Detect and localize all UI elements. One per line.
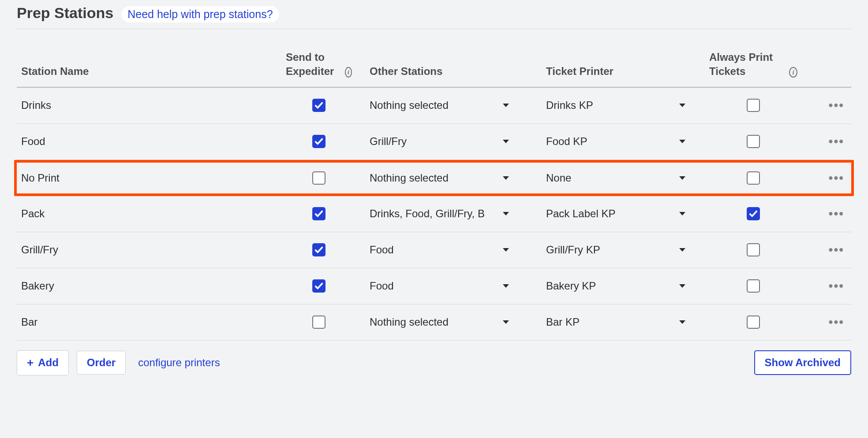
send-expediter-cell <box>286 279 370 293</box>
more-icon[interactable]: ••• <box>829 315 844 329</box>
ticket-printer-cell: Pack Label KP <box>546 208 709 220</box>
add-button-label: Add <box>38 356 59 369</box>
send-expediter-checkbox[interactable] <box>312 99 326 112</box>
help-link[interactable]: Need help with prep stations? <box>121 6 279 22</box>
table-row: BakeryFoodBakery KP••• <box>17 268 851 304</box>
always-print-cell <box>709 316 797 329</box>
more-icon[interactable]: ••• <box>829 207 844 221</box>
chevron-down-icon <box>679 176 685 180</box>
other-stations-dropdown[interactable]: Food <box>370 244 515 256</box>
more-icon[interactable]: ••• <box>829 134 844 148</box>
row-actions: ••• <box>797 207 850 221</box>
ticket-printer-cell: Food KP <box>546 135 709 148</box>
row-actions: ••• <box>797 171 850 185</box>
other-stations-cell: Food <box>370 280 546 292</box>
other-stations-cell: Nothing selected <box>370 316 546 328</box>
send-expediter-checkbox[interactable] <box>312 279 326 293</box>
ticket-printer-dropdown[interactable]: Bar KP <box>546 316 692 328</box>
ticket-printer-cell: Grill/Fry KP <box>546 244 709 256</box>
configure-printers-link[interactable]: configure printers <box>138 356 220 369</box>
other-stations-cell: Grill/Fry <box>370 135 546 148</box>
add-button[interactable]: + Add <box>17 350 69 375</box>
station-name[interactable]: Food <box>21 135 286 148</box>
row-actions: ••• <box>797 315 850 329</box>
other-stations-dropdown[interactable]: Nothing selected <box>370 172 515 184</box>
table-row: DrinksNothing selectedDrinks KP••• <box>17 88 851 124</box>
chevron-down-icon <box>503 248 509 252</box>
other-stations-cell: Nothing selected <box>370 99 546 111</box>
col-station-name: Station Name <box>21 64 286 78</box>
prep-stations-table: Station Name Send to Expediter i Other S… <box>17 50 851 341</box>
order-button[interactable]: Order <box>77 351 126 375</box>
col-other-stations: Other Stations <box>370 64 546 78</box>
always-print-checkbox[interactable] <box>747 171 760 185</box>
table-row: Grill/FryFoodGrill/Fry KP••• <box>17 232 851 268</box>
always-print-checkbox[interactable] <box>747 207 760 220</box>
other-stations-dropdown[interactable]: Drinks, Food, Grill/Fry, B <box>370 208 515 220</box>
chevron-down-icon <box>679 320 685 324</box>
more-icon[interactable]: ••• <box>829 171 844 185</box>
always-print-cell <box>709 207 797 220</box>
send-expediter-cell <box>286 207 370 220</box>
ticket-printer-dropdown[interactable]: None <box>546 172 692 184</box>
other-stations-cell: Nothing selected <box>370 172 546 184</box>
chevron-down-icon <box>503 104 509 107</box>
page-title: Prep Stations <box>17 4 113 22</box>
station-name[interactable]: Bakery <box>21 280 286 292</box>
always-print-checkbox[interactable] <box>747 99 760 112</box>
always-print-checkbox[interactable] <box>747 135 760 148</box>
always-print-cell <box>709 135 797 148</box>
station-name[interactable]: Grill/Fry <box>21 244 286 256</box>
chevron-down-icon <box>679 212 685 215</box>
table-row: No PrintNothing selectedNone••• <box>14 160 854 196</box>
other-stations-dropdown[interactable]: Grill/Fry <box>370 135 515 148</box>
send-expediter-checkbox[interactable] <box>312 207 326 220</box>
always-print-cell <box>709 171 797 185</box>
show-archived-label: Show Archived <box>765 356 841 369</box>
send-expediter-cell <box>286 316 370 329</box>
other-stations-dropdown[interactable]: Nothing selected <box>370 99 515 111</box>
always-print-cell <box>709 243 797 256</box>
table-row: FoodGrill/FryFood KP••• <box>17 124 851 160</box>
ticket-printer-dropdown[interactable]: Pack Label KP <box>546 208 692 220</box>
chevron-down-icon <box>503 176 509 180</box>
send-expediter-cell <box>286 99 370 112</box>
chevron-down-icon <box>503 212 509 215</box>
col-ticket-printer: Ticket Printer <box>546 64 709 78</box>
send-expediter-checkbox[interactable] <box>312 135 326 148</box>
more-icon[interactable]: ••• <box>829 243 844 257</box>
info-icon[interactable]: i <box>789 67 797 78</box>
table-row: PackDrinks, Food, Grill/Fry, BPack Label… <box>17 196 851 232</box>
chevron-down-icon <box>503 140 509 143</box>
station-name[interactable]: Drinks <box>21 99 286 111</box>
ticket-printer-dropdown[interactable]: Grill/Fry KP <box>546 244 692 256</box>
always-print-checkbox[interactable] <box>747 279 760 293</box>
chevron-down-icon <box>679 284 685 288</box>
other-stations-dropdown[interactable]: Food <box>370 280 515 292</box>
more-icon[interactable]: ••• <box>829 98 844 112</box>
ticket-printer-dropdown[interactable]: Bakery KP <box>546 280 692 292</box>
table-body: DrinksNothing selectedDrinks KP•••FoodGr… <box>17 88 851 341</box>
col-always-print: Always Print Tickets i <box>709 50 797 79</box>
always-print-cell <box>709 99 797 112</box>
table-header: Station Name Send to Expediter i Other S… <box>17 50 851 88</box>
col-always-print-label: Always Print Tickets <box>709 50 786 79</box>
always-print-checkbox[interactable] <box>747 243 760 256</box>
show-archived-button[interactable]: Show Archived <box>754 350 851 375</box>
send-expediter-checkbox[interactable] <box>312 171 326 185</box>
send-expediter-checkbox[interactable] <box>312 316 326 329</box>
more-icon[interactable]: ••• <box>829 279 844 293</box>
ticket-printer-cell: Bar KP <box>546 316 709 328</box>
info-icon[interactable]: i <box>345 67 352 78</box>
station-name[interactable]: No Print <box>21 172 286 184</box>
other-stations-cell: Drinks, Food, Grill/Fry, B <box>370 208 546 220</box>
station-name[interactable]: Bar <box>21 316 286 328</box>
table-row: BarNothing selectedBar KP••• <box>17 304 851 341</box>
ticket-printer-dropdown[interactable]: Drinks KP <box>546 99 692 111</box>
ticket-printer-dropdown[interactable]: Food KP <box>546 135 692 148</box>
other-stations-dropdown[interactable]: Nothing selected <box>370 316 515 328</box>
station-name[interactable]: Pack <box>21 208 286 220</box>
send-expediter-cell <box>286 171 370 185</box>
send-expediter-checkbox[interactable] <box>312 243 326 256</box>
always-print-checkbox[interactable] <box>747 316 760 329</box>
